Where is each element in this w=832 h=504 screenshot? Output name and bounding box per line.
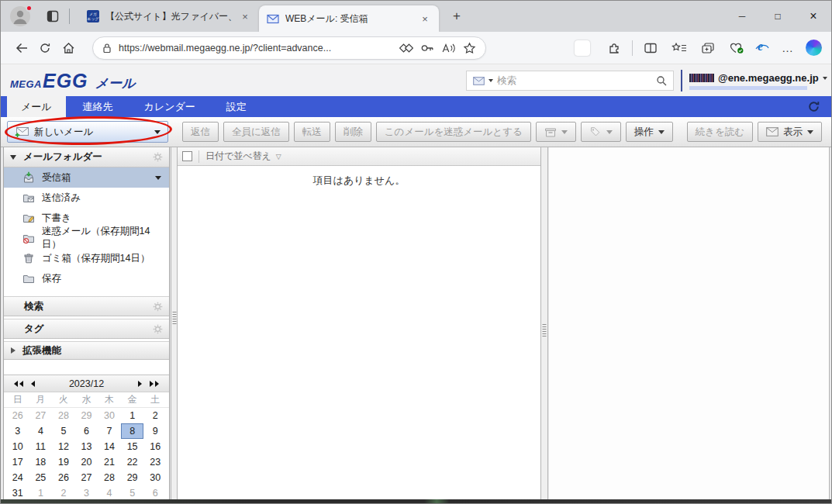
view-caret-icon[interactable] [807,130,813,134]
password-key-icon[interactable] [420,42,434,54]
ie-mode-button[interactable]: e [754,41,770,55]
nav-tab-0[interactable]: メール [7,96,66,117]
calendar-prev-month-button[interactable] [31,381,35,387]
search-section-bar[interactable]: 検索 [4,296,169,316]
folder-dropdown-caret-icon[interactable] [155,176,161,180]
folder-5[interactable]: 保存 [4,268,169,288]
calendar-day[interactable]: 26 [52,470,75,485]
calendar-day[interactable]: 4 [98,485,121,501]
toolbar-button-2[interactable]: 転送 [294,122,330,142]
folders-gear-icon[interactable] [153,152,163,162]
calendar-day[interactable]: 19 [52,454,75,470]
tab-actions-menu-button[interactable] [46,9,60,23]
folder-3[interactable]: 迷惑メール（保存期間14日） [4,228,169,248]
address-bar[interactable]: https://webmail.megaegg.ne.jp/?client=ad… [92,36,486,60]
archive-caret-icon[interactable] [561,130,568,134]
calendar-day[interactable]: 29 [121,470,144,485]
calendar-day[interactable]: 25 [29,470,53,485]
tag-caret-icon[interactable] [606,130,613,134]
collapse-triangle-icon[interactable] [10,155,16,160]
copilot-icon[interactable] [806,40,822,56]
favorites-button[interactable] [668,37,690,59]
mail-refresh-button[interactable] [807,100,820,116]
splitter-grip-icon[interactable] [543,324,547,337]
select-all-checkbox[interactable] [182,151,192,161]
expand-triangle-icon[interactable] [11,347,16,354]
search-icon[interactable] [656,75,667,86]
calendar-day[interactable]: 11 [29,439,53,454]
calendar-day[interactable]: 17 [6,454,29,470]
calendar-day[interactable]: 5 [121,485,144,501]
browser-tab-megaegg-site[interactable]: メガエッグ 【公式サイト】光ファイバー、インターネ × [79,1,259,32]
tab-close-icon[interactable]: × [239,11,251,22]
calendar-day[interactable]: 9 [143,423,167,439]
read-more-button[interactable]: 続きを読む [687,122,753,142]
home-button[interactable] [57,36,80,60]
mail-search-field[interactable]: 検索 [466,71,674,91]
calendar-day[interactable]: 23 [143,454,167,470]
calendar-day[interactable]: 29 [75,408,98,423]
search-placeholder[interactable]: 検索 [497,74,652,88]
archive-button[interactable] [536,122,576,142]
tags-section-bar[interactable]: タグ [4,319,169,339]
toolbar-button-4[interactable]: このメールを迷惑メールとする [376,122,531,142]
toolbar-button-0[interactable]: 返信 [182,122,219,142]
extensions-section-bar[interactable]: 拡張機能 [4,341,169,360]
calendar-day[interactable]: 15 [121,439,144,454]
close-button[interactable]: × [796,1,831,32]
nav-tab-2[interactable]: カレンダー [130,96,209,117]
tags-gear-icon[interactable] [153,324,163,334]
calendar-day[interactable]: 30 [143,470,167,485]
settings-more-button[interactable]: … [777,37,799,59]
calendar-day[interactable]: 30 [98,408,121,423]
toolbar-button-1[interactable]: 全員に返信 [223,122,289,142]
read-aloud-icon[interactable] [441,43,456,54]
calendar-day[interactable]: 18 [29,454,53,470]
calendar-day[interactable]: 28 [98,470,121,485]
calendar-day[interactable]: 22 [121,454,144,470]
calendar-day[interactable]: 2 [143,408,167,423]
search-scope-caret-icon[interactable] [488,79,493,82]
favorite-star-icon[interactable] [463,42,476,54]
calendar-day[interactable]: 27 [75,470,98,485]
minimize-button[interactable]: ─ [724,1,760,32]
collections-button[interactable] [697,37,719,59]
calendar-day[interactable]: 31 [6,485,29,501]
search-gear-icon[interactable] [153,302,163,312]
sort-by-date-button[interactable]: 日付で並べ替え ▽ [205,150,281,163]
calendar-day[interactable]: 27 [29,408,53,423]
calendar-next-year-button[interactable] [150,381,159,387]
lock-icon[interactable] [102,43,112,54]
calendar-next-month-button[interactable] [138,381,142,387]
maximize-button[interactable]: □ [760,1,796,32]
nav-tab-1[interactable]: 連絡先 [69,96,127,117]
calendar-day[interactable]: 6 [143,485,167,501]
new-mail-button[interactable]: 新しいメール [7,121,168,143]
actions-caret-icon[interactable] [658,130,665,134]
calendar-day[interactable]: 16 [143,439,167,454]
account-caret-icon[interactable] [823,77,827,80]
tab-close-icon[interactable]: × [419,13,431,25]
shopping-icon[interactable] [399,42,413,54]
browser-tab-webmail[interactable]: WEBメール: 受信箱 × [259,5,439,32]
reading-pane-splitter[interactable] [540,147,548,501]
new-mail-caret-icon[interactable] [154,130,161,134]
calendar-title[interactable]: 2023/12 [39,378,134,389]
extensions-button[interactable] [603,37,625,59]
sidebar-splitter[interactable] [171,147,178,501]
account-menu[interactable]: @ene.megaegg.ne.jp [689,72,827,84]
calendar-day[interactable]: 7 [98,423,121,439]
calendar-day[interactable]: 12 [52,439,75,454]
calendar-day[interactable]: 13 [75,439,98,454]
calendar-day[interactable]: 26 [6,408,29,423]
calendar-day[interactable]: 3 [6,423,29,439]
calendar-day[interactable]: 8 [121,423,144,439]
splitter-grip-icon[interactable] [172,312,176,324]
new-tab-button[interactable]: + [447,9,467,24]
folder-1[interactable]: 送信済み [4,188,169,208]
calendar-day[interactable]: 1 [121,408,144,423]
split-screen-button[interactable] [640,37,661,59]
folder-4[interactable]: ゴミ箱（保存期間14日） [4,248,169,268]
calendar-day[interactable]: 24 [6,470,29,485]
calendar-day[interactable]: 2 [52,485,75,501]
